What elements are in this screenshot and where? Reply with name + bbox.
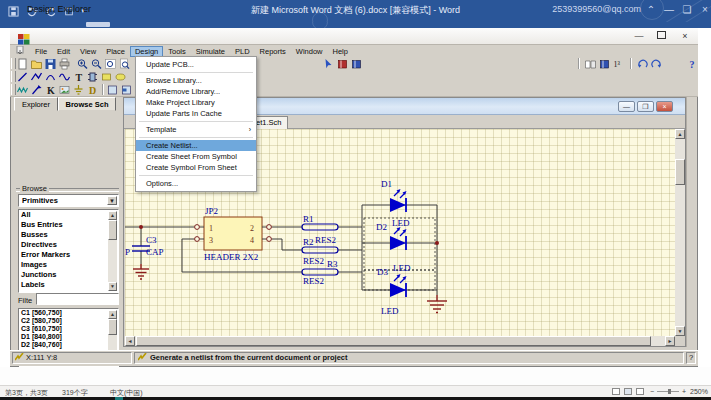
cursor-tool-icon[interactable] [322,58,335,70]
c3-value-label[interactable]: CAP [146,247,164,257]
ground-symbol[interactable] [133,264,149,279]
resistor-r2[interactable] [302,247,338,253]
zoom-in-button[interactable]: + [682,388,686,395]
wire-tool-icon[interactable] [16,71,29,83]
d1-value-label[interactable]: LED [392,218,410,228]
menuitem-update-pcb[interactable]: Update PCB... [136,59,256,70]
doc-restore-button[interactable]: ❐ [637,101,654,112]
list-item[interactable]: C1 [560,750] [19,309,118,317]
d2-value-label[interactable]: LED [393,263,411,273]
filter-input[interactable] [36,293,119,305]
library-b-icon[interactable] [598,58,611,70]
menu-window[interactable]: Window [291,46,328,57]
menuitem-browse-library[interactable]: Browse Library... [136,75,256,86]
list-item[interactable]: Labels [19,280,118,290]
list-item[interactable]: D2 [840,760] [19,341,118,349]
de-titlebar[interactable] [10,28,698,45]
doc-minimize-button[interactable]: — [618,101,635,112]
ground-tool-icon[interactable] [72,84,85,96]
redo-arrow-icon[interactable] [650,58,663,70]
panel-splitter[interactable] [686,97,696,347]
menu-reports[interactable]: Reports [255,46,291,57]
list-item[interactable]: Directives [19,240,118,250]
print-layout-icon[interactable] [624,388,632,395]
led-d1[interactable]: D1 LED [381,179,410,228]
net-node-icon[interactable] [30,84,43,96]
zoom-area-icon[interactable] [104,58,117,70]
scroll-right-icon[interactable]: ► [665,336,675,346]
browse-mode-select[interactable]: Primitives ▼ [18,194,119,207]
r1-value-label[interactable]: RES2 [315,235,336,245]
menuitem-create-netlist[interactable]: Create Netlist... [136,140,256,151]
menuitem-options[interactable]: Options... [136,178,256,189]
tab-browse-sch[interactable]: Browse Sch [58,97,116,111]
status-help-button[interactable]: ? [686,352,696,364]
scrollbar-thumb[interactable] [136,336,651,346]
text-tool-icon[interactable]: T [72,71,85,83]
bus-tool-icon[interactable] [30,71,43,83]
ribbon-display-options-icon[interactable]: ⌃ [643,2,659,18]
word-close-button[interactable]: × [697,2,711,18]
zoom-in-icon[interactable] [76,58,89,70]
menuitem-template[interactable]: Template› [136,124,256,135]
de-maximize-button[interactable] [652,31,670,43]
list-item[interactable]: All [19,210,118,220]
new-document-icon[interactable] [16,58,29,70]
list-item[interactable]: C3 [610,750] [19,325,118,333]
menu-place[interactable]: Place [101,46,130,57]
zoom-out-icon[interactable] [90,58,103,70]
scrollbar-thumb[interactable] [675,159,685,185]
word-restore-button[interactable]: ❏ [679,2,695,18]
list-item[interactable]: C2 [580,750] [19,317,118,325]
primitive-type-list[interactable]: All Bus Entries Busses Directives Error … [18,209,119,293]
menuitem-make-project-library[interactable]: Make Project Library [136,97,256,108]
child-window-menu-icon[interactable] [16,46,26,57]
sheet-entry-icon[interactable] [120,84,133,96]
scroll-up-icon[interactable]: ▲ [108,310,117,319]
rectangle-tool-icon[interactable] [100,71,113,83]
doc-horizontal-scrollbar[interactable]: ◄ ► [125,336,675,346]
undo-arrow-icon[interactable] [636,58,649,70]
c3-ref-label[interactable]: C3 [146,235,157,245]
open-book-icon[interactable] [584,58,597,70]
menu-view[interactable]: View [75,46,101,57]
doc-vertical-scrollbar[interactable]: ▲ ▼ [675,129,685,336]
r2-value-label[interactable]: RES2 [303,256,324,266]
ellipse-tool-icon[interactable] [114,71,127,83]
menu-design[interactable]: Design [130,46,163,57]
menuitem-update-parts-in-cache[interactable]: Update Parts In Cache [136,108,256,119]
menuitem-create-sheet-from-symbol[interactable]: Create Sheet From Symbol [136,151,256,162]
jp2-ref-label[interactable]: JP2 [205,206,218,216]
r3-value-label[interactable]: RES2 [303,276,324,286]
read-mode-icon[interactable] [612,388,620,395]
list-item[interactable]: Bus Entries [19,220,118,230]
d2-ref-label[interactable]: D2 [376,222,387,232]
word-minimize-button[interactable]: — [661,2,677,18]
d3-value-label[interactable]: LED [381,306,399,316]
chevron-down-icon[interactable]: ▼ [107,196,117,205]
resistor-r3[interactable] [302,269,338,275]
arc-tool-icon[interactable] [44,71,57,83]
zoom-out-button[interactable]: − [650,388,654,395]
menu-tools[interactable]: Tools [163,46,191,57]
de-minimize-button[interactable]: — [630,31,648,43]
r2-ref-label[interactable]: R2 [303,237,314,247]
zoom-percent[interactable]: 250% [690,388,708,395]
menuitem-create-symbol-from-sheet[interactable]: Create Symbol From Sheet [136,162,256,173]
menu-pld[interactable]: PLD [230,46,255,57]
d1-ref-label[interactable]: D1 [381,179,392,189]
library-red-icon[interactable] [336,58,349,70]
r3-ref-label[interactable]: R3 [327,259,338,269]
menu-help[interactable]: Help [328,46,353,57]
scroll-left-icon[interactable]: ◄ [125,336,135,346]
ribbon-tab-hint[interactable] [86,22,110,27]
help-icon[interactable]: ? [686,58,699,70]
open-folder-icon[interactable] [30,58,43,70]
tab-explorer[interactable]: Explorer [14,97,58,111]
diode-tool-icon[interactable]: D [86,84,99,96]
library-blue-icon[interactable] [350,58,363,70]
list-item[interactable]: Junctions [19,270,118,280]
zoom-slider-thumb[interactable] [668,389,671,394]
save-file-icon[interactable] [44,58,57,70]
r1-ref-label[interactable]: R1 [303,214,314,224]
